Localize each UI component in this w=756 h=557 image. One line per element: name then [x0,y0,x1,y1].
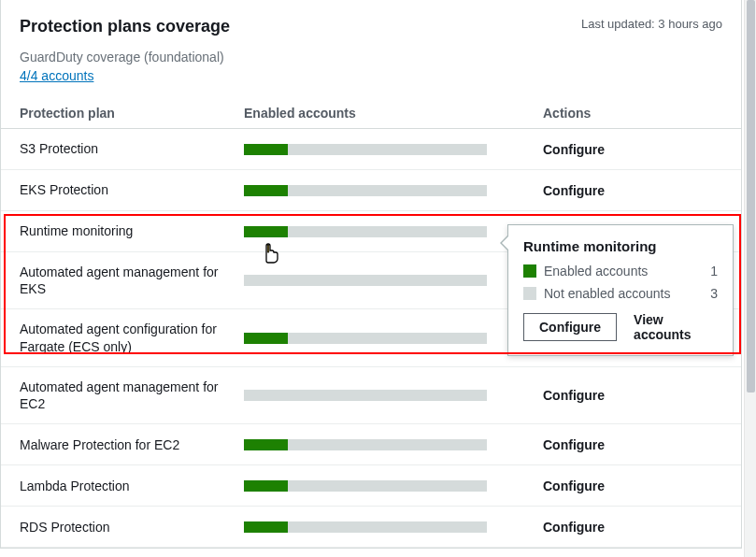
legend-enabled-label: Enabled accounts [544,264,648,278]
table-row: Automated agent management for EC2Config… [1,367,741,424]
scrollbar-thumb[interactable] [747,0,755,393]
plan-name: Automated agent management for EC2 [20,378,244,412]
actions-cell: Configure [543,142,722,157]
enabled-cell [244,390,543,401]
plan-name: RDS Protection [20,519,244,536]
table-header: Protection plan Enabled accounts Actions [1,98,741,129]
table-row: EKS ProtectionConfigure [1,170,741,211]
plan-name: Automated agent management for EKS [20,264,244,297]
popover-actions: Configure View accounts [523,312,718,342]
table-row: Lambda ProtectionConfigure [1,465,741,507]
configure-link[interactable]: Configure [543,478,605,493]
progress-bar[interactable] [244,275,487,286]
enabled-cell [244,333,543,344]
configure-link[interactable]: Configure [543,183,605,198]
configure-link[interactable]: Configure [543,520,605,535]
enabled-cell [244,521,543,533]
legend-not-enabled-count: 3 [710,286,718,301]
actions-cell: Configure [543,388,722,403]
panel-subtitle: GuardDuty coverage (foundational) [1,50,741,68]
page-title: Protection plans coverage [20,17,230,36]
legend-swatch-enabled-icon [523,264,536,278]
progress-bar-fill [244,226,288,237]
col-header-enabled: Enabled accounts [244,106,543,121]
enabled-cell [244,439,543,450]
progress-bar[interactable] [244,521,487,533]
legend-enabled-row: Enabled accounts 1 [523,264,718,278]
enabled-cell [244,185,543,196]
progress-bar-fill [244,185,288,196]
actions-cell: Configure [543,478,722,493]
legend-swatch-not-enabled-icon [523,287,536,300]
col-header-actions: Actions [543,106,722,121]
popover-title: Runtime monitoring [523,238,718,254]
last-updated-label: Last updated: 3 hours ago [581,17,722,31]
legend-not-enabled-row: Not enabled accounts 3 [523,286,718,301]
plan-name: Runtime monitoring [20,222,244,239]
configure-link[interactable]: Configure [543,388,605,403]
vertical-scrollbar[interactable] [744,0,756,557]
enabled-cell [244,275,543,286]
actions-cell: Configure [543,183,722,198]
progress-bar[interactable] [244,439,487,450]
progress-bar-fill [244,521,288,533]
enabled-cell [244,480,543,492]
progress-bar[interactable] [244,144,487,155]
progress-bar[interactable] [244,226,487,237]
progress-bar-fill [244,144,288,155]
configure-link[interactable]: Configure [543,437,605,452]
legend-not-enabled-label: Not enabled accounts [544,286,670,301]
plan-name: Lambda Protection [20,478,244,494]
table-row: Malware Protection for EC2Configure [1,424,741,465]
view-accounts-link[interactable]: View accounts [634,312,718,342]
table-row: S3 ProtectionConfigure [1,129,741,170]
table-row: RDS ProtectionConfigure [1,507,741,548]
actions-cell: Configure [543,437,722,452]
accounts-link[interactable]: 4/4 accounts [20,68,93,83]
progress-bar[interactable] [244,480,487,492]
plan-name: Malware Protection for EC2 [20,436,244,453]
runtime-monitoring-popover: Runtime monitoring Enabled accounts 1 No… [507,224,734,356]
progress-bar-fill [244,333,288,344]
accounts-link-wrap: 4/4 accounts [1,68,741,98]
enabled-cell [244,144,543,155]
panel-header: Protection plans coverage Last updated: … [1,0,741,50]
progress-bar[interactable] [244,185,487,196]
col-header-plan: Protection plan [20,106,244,121]
enabled-cell [244,226,543,237]
configure-link[interactable]: Configure [543,142,605,157]
actions-cell: Configure [543,520,722,535]
progress-bar[interactable] [244,333,487,344]
legend-enabled-count: 1 [710,264,718,278]
progress-bar-fill [244,480,288,492]
plan-name: S3 Protection [20,140,244,157]
plan-name: Automated agent configuration for Fargat… [20,321,244,354]
popover-configure-button[interactable]: Configure [523,313,617,341]
progress-bar-fill [244,439,288,450]
plan-name: EKS Protection [20,181,244,198]
progress-bar[interactable] [244,390,487,401]
